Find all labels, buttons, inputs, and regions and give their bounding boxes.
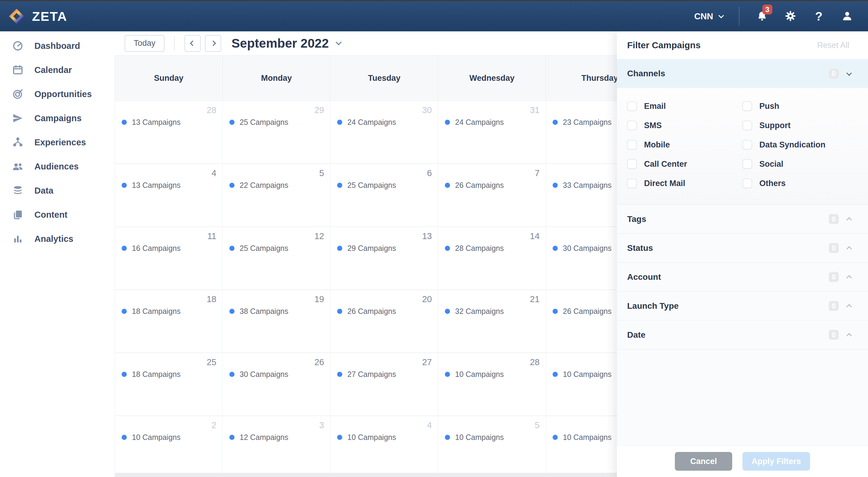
calendar-day-cell[interactable]: 1428 Campaigns: [438, 227, 546, 289]
calendar-day-cell[interactable]: 3024 Campaigns: [331, 101, 438, 163]
checkbox-push[interactable]: [742, 101, 752, 111]
campaign-entry[interactable]: 26 Campaigns: [553, 307, 612, 316]
sidebar-item-experiences[interactable]: Experiences: [0, 130, 115, 155]
campaign-entry[interactable]: 10 Campaigns: [337, 433, 396, 442]
calendar-day-cell[interactable]: 2925 Campaigns: [223, 101, 331, 163]
channel-option-social[interactable]: Social: [742, 159, 858, 169]
sidebar-item-analytics[interactable]: Analytics: [0, 227, 115, 251]
cancel-button[interactable]: Cancel: [675, 452, 732, 471]
checkbox-others[interactable]: [742, 178, 752, 188]
campaign-entry[interactable]: 38 Campaigns: [229, 307, 288, 316]
channel-option-mobile[interactable]: Mobile: [627, 140, 742, 149]
campaign-entry[interactable]: 12 Campaigns: [229, 433, 288, 442]
sidebar-item-audiences[interactable]: Audiences: [0, 155, 115, 178]
section-channels[interactable]: Channels 0: [617, 59, 868, 88]
calendar-day-cell[interactable]: 522 Campaigns: [223, 164, 331, 227]
campaign-entry[interactable]: 22 Campaigns: [229, 181, 288, 190]
next-month-button[interactable]: [205, 35, 221, 52]
calendar-day-cell[interactable]: 2518 Campaigns: [115, 353, 223, 415]
section-tags[interactable]: Tags0: [617, 204, 868, 233]
reset-all-link[interactable]: Reset All: [817, 41, 849, 50]
checkbox-call-center[interactable]: [627, 159, 637, 169]
campaign-entry[interactable]: 23 Campaigns: [553, 118, 612, 127]
campaign-entry[interactable]: 30 Campaigns: [229, 370, 288, 379]
channel-option-support[interactable]: Support: [742, 121, 858, 130]
calendar-day-cell[interactable]: 1818 Campaigns: [115, 290, 223, 352]
calendar-day-cell[interactable]: 2813 Campaigns: [115, 101, 223, 163]
checkbox-data-syndication[interactable]: [742, 140, 752, 149]
sidebar-item-dashboard[interactable]: Dashboard: [0, 34, 115, 58]
sidebar-item-calendar[interactable]: Calendar: [0, 58, 115, 82]
campaign-entry[interactable]: 28 Campaigns: [445, 244, 504, 253]
section-date[interactable]: Date0: [617, 320, 868, 349]
brand[interactable]: ZETA: [8, 8, 67, 25]
calendar-day-cell[interactable]: 2727 Campaigns: [331, 353, 438, 415]
sidebar-item-opportunities[interactable]: Opportunities: [0, 82, 115, 106]
campaign-entry[interactable]: 10 Campaigns: [122, 433, 181, 442]
calendar-day-cell[interactable]: 510 Campaigns: [438, 416, 546, 473]
calendar-day-cell[interactable]: 312 Campaigns: [223, 416, 331, 473]
notifications-button[interactable]: 3: [755, 9, 769, 23]
channel-option-direct-mail[interactable]: Direct Mail: [627, 178, 742, 188]
checkbox-social[interactable]: [742, 159, 752, 169]
campaign-entry[interactable]: 18 Campaigns: [122, 370, 181, 379]
apply-filters-button[interactable]: Apply Filters: [742, 452, 810, 471]
channel-option-sms[interactable]: SMS: [627, 121, 742, 130]
prev-month-button[interactable]: [184, 35, 201, 52]
campaign-entry[interactable]: 13 Campaigns: [122, 181, 181, 190]
section-account[interactable]: Account0: [617, 262, 868, 291]
calendar-day-cell[interactable]: 625 Campaigns: [331, 164, 438, 227]
calendar-day-cell[interactable]: 2132 Campaigns: [438, 290, 546, 352]
checkbox-email[interactable]: [627, 101, 637, 111]
campaign-entry[interactable]: 26 Campaigns: [445, 181, 504, 190]
channel-option-email[interactable]: Email: [627, 101, 742, 111]
calendar-day-cell[interactable]: 413 Campaigns: [115, 164, 223, 227]
campaign-entry[interactable]: 13 Campaigns: [122, 118, 181, 127]
sidebar-item-data[interactable]: Data: [0, 178, 115, 203]
channel-option-others[interactable]: Others: [742, 178, 858, 188]
campaign-entry[interactable]: 30 Campaigns: [553, 244, 612, 253]
calendar-day-cell[interactable]: 1329 Campaigns: [331, 227, 438, 289]
calendar-day-cell[interactable]: 2630 Campaigns: [223, 353, 331, 415]
campaign-entry[interactable]: 25 Campaigns: [229, 244, 288, 253]
calendar-day-cell[interactable]: 2810 Campaigns: [438, 353, 546, 415]
calendar-day-cell[interactable]: 3124 Campaigns: [438, 101, 546, 163]
calendar-day-cell[interactable]: 410 Campaigns: [331, 416, 438, 473]
campaign-entry[interactable]: 33 Campaigns: [553, 181, 612, 190]
campaign-entry[interactable]: 10 Campaigns: [553, 370, 612, 379]
checkbox-sms[interactable]: [627, 121, 637, 130]
campaign-entry[interactable]: 10 Campaigns: [445, 433, 504, 442]
campaign-entry[interactable]: 25 Campaigns: [337, 181, 396, 190]
section-status[interactable]: Status0: [617, 233, 868, 262]
month-selector[interactable]: September 2022: [231, 36, 341, 50]
profile-button[interactable]: [840, 9, 854, 23]
today-button[interactable]: Today: [125, 35, 164, 52]
campaign-entry[interactable]: 18 Campaigns: [122, 307, 181, 316]
calendar-day-cell[interactable]: 1938 Campaigns: [223, 290, 331, 352]
campaign-entry[interactable]: 29 Campaigns: [337, 244, 396, 253]
campaign-entry[interactable]: 10 Campaigns: [445, 370, 504, 379]
sidebar-item-content[interactable]: Content: [0, 203, 115, 227]
channel-option-call-center[interactable]: Call Center: [627, 159, 742, 169]
campaign-entry[interactable]: 10 Campaigns: [553, 433, 612, 442]
section-launch-type[interactable]: Launch Type0: [617, 291, 868, 320]
help-button[interactable]: ?: [812, 9, 826, 23]
account-selector[interactable]: CNN: [694, 11, 723, 22]
campaign-entry[interactable]: 16 Campaigns: [122, 244, 181, 253]
calendar-day-cell[interactable]: 1225 Campaigns: [223, 227, 331, 289]
checkbox-direct-mail[interactable]: [627, 178, 637, 188]
campaign-entry[interactable]: 32 Campaigns: [445, 307, 504, 316]
calendar-day-cell[interactable]: 2026 Campaigns: [331, 290, 438, 352]
calendar-day-cell[interactable]: 1116 Campaigns: [115, 227, 223, 289]
campaign-entry[interactable]: 27 Campaigns: [337, 370, 396, 379]
checkbox-mobile[interactable]: [627, 140, 637, 149]
checkbox-support[interactable]: [742, 121, 752, 130]
channel-option-push[interactable]: Push: [742, 101, 858, 111]
sidebar-item-campaigns[interactable]: Campaigns: [0, 106, 115, 130]
campaign-entry[interactable]: 26 Campaigns: [337, 307, 396, 316]
calendar-day-cell[interactable]: 726 Campaigns: [438, 164, 546, 227]
calendar-day-cell[interactable]: 210 Campaigns: [115, 416, 223, 473]
campaign-entry[interactable]: 24 Campaigns: [445, 118, 504, 127]
campaign-entry[interactable]: 24 Campaigns: [337, 118, 396, 127]
campaign-entry[interactable]: 25 Campaigns: [229, 118, 288, 127]
